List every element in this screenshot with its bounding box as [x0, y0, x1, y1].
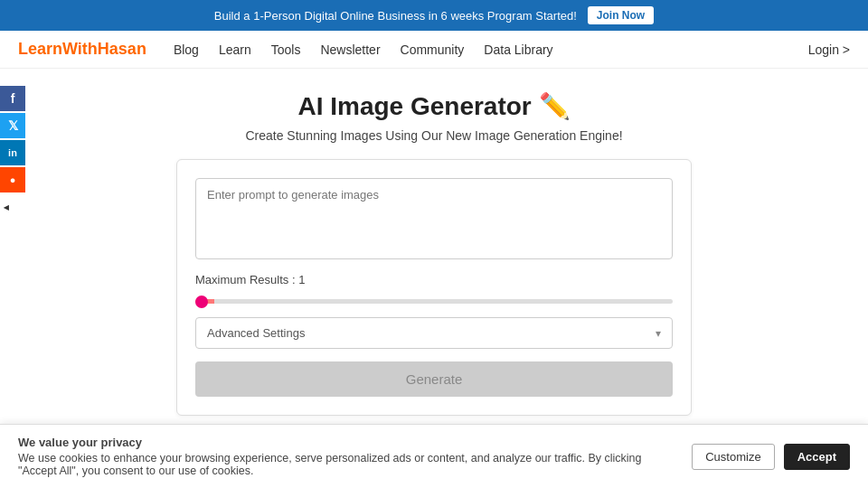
cookie-info: We value your privacy We use cookies to …: [18, 436, 674, 477]
advanced-settings-label: Advanced Settings: [207, 326, 305, 340]
nav-newsletter[interactable]: Newsletter: [320, 42, 380, 57]
generator-card: Maximum Results : 1 Advanced Settings ▾ …: [176, 159, 692, 416]
advanced-settings-dropdown[interactable]: Advanced Settings ▾: [195, 317, 673, 349]
linkedin-icon[interactable]: in: [0, 140, 25, 165]
social-sidebar: f 𝕏 in ● ◂: [0, 86, 25, 220]
nav-learn[interactable]: Learn: [219, 42, 251, 57]
logo-prefix: LearnWith: [18, 40, 98, 58]
join-now-button[interactable]: Join Now: [588, 6, 654, 24]
generate-button[interactable]: Generate: [195, 361, 673, 397]
nav-blog[interactable]: Blog: [174, 42, 199, 57]
results-value: 1: [298, 273, 305, 286]
chevron-down-icon: ▾: [656, 327, 661, 340]
cookie-buttons: Customize Accept: [692, 444, 850, 470]
facebook-icon[interactable]: f: [0, 86, 25, 111]
cookie-banner: We value your privacy We use cookies to …: [0, 424, 868, 488]
reddit-icon[interactable]: ●: [0, 167, 25, 192]
cookie-title: We value your privacy: [18, 436, 674, 449]
accept-button[interactable]: Accept: [784, 444, 850, 470]
cookie-body: We use cookies to enhance your browsing …: [18, 452, 674, 477]
logo[interactable]: LearnWithHasan: [18, 40, 146, 59]
login-button[interactable]: Login >: [808, 42, 850, 57]
nav-community[interactable]: Community: [401, 42, 465, 57]
banner-text: Build a 1-Person Digital Online Business…: [214, 9, 577, 23]
nav-links: Blog Learn Tools Newsletter Community Da…: [174, 42, 808, 57]
navbar: LearnWithHasan Blog Learn Tools Newslett…: [0, 31, 868, 69]
sidebar-collapse-arrow[interactable]: ◂: [0, 194, 13, 220]
twitter-icon[interactable]: 𝕏: [0, 113, 25, 138]
page-title: AI Image Generator ✏️: [18, 91, 850, 121]
logo-accent: Hasan: [98, 40, 146, 58]
prompt-textarea[interactable]: [195, 178, 673, 259]
results-label: Maximum Results : 1: [195, 273, 673, 286]
slider-container: [195, 292, 673, 306]
results-slider[interactable]: [195, 299, 673, 304]
page-subtitle: Create Stunning Images Using Our New Ima…: [18, 128, 850, 143]
top-banner: Build a 1-Person Digital Online Business…: [0, 0, 868, 31]
nav-tools[interactable]: Tools: [271, 42, 301, 57]
customize-button[interactable]: Customize: [692, 444, 774, 470]
nav-data-library[interactable]: Data Library: [484, 42, 552, 57]
